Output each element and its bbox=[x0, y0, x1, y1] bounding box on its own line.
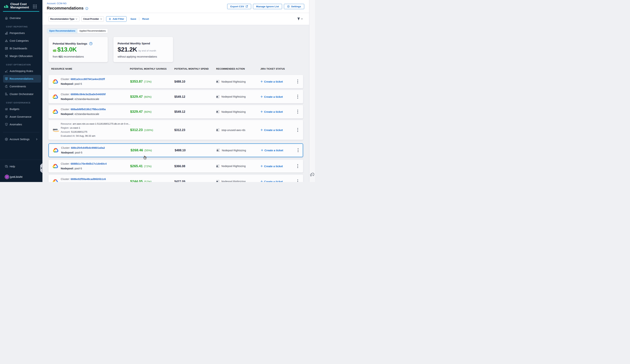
potential-monthly-savings-value: $353.87(72%) bbox=[130, 79, 152, 83]
sidebar-item-overview[interactable]: Overview bbox=[0, 14, 42, 22]
filter-dropdown-recommendation-type[interactable]: Recommendation Type bbox=[48, 16, 80, 22]
cluster-link[interactable]: 6886e92f59a48cad86b5b1c6 bbox=[70, 178, 106, 181]
avatar[interactable]: J bbox=[5, 175, 9, 179]
create-ticket-button[interactable]: Create a ticket bbox=[260, 95, 283, 98]
row-menu-kebab-icon[interactable] bbox=[296, 148, 300, 152]
row-menu-kebab-icon[interactable] bbox=[296, 79, 300, 84]
bar-chart-icon bbox=[5, 31, 8, 35]
dashboard-icon bbox=[5, 47, 8, 50]
create-ticket-button[interactable]: Create a ticket bbox=[261, 149, 283, 152]
module-grid-icon[interactable] bbox=[33, 4, 37, 8]
tab-open-recommendations[interactable]: Open Recommendations bbox=[47, 29, 78, 33]
create-ticket-button[interactable]: Create a ticket bbox=[260, 80, 283, 83]
sidebar-section-cost-governance: COST GOVERNANCE bbox=[0, 100, 42, 105]
recommended-action: stop-unused-aws-rds bbox=[216, 129, 246, 132]
sidebar-item-asset-governance[interactable]: Asset Governance bbox=[0, 113, 42, 121]
row-menu-kebab-icon[interactable] bbox=[296, 94, 300, 99]
potential-monthly-spend-value: $312.23 bbox=[174, 128, 185, 132]
sidebar-item-cost-categories[interactable]: Cost Categories bbox=[0, 37, 42, 45]
row-menu-kebab-icon[interactable] bbox=[296, 164, 300, 168]
sidebar-item-bi-dashboards[interactable]: BI Dashboards bbox=[0, 45, 42, 52]
sidebar-item-anomalies[interactable]: Anomalies bbox=[0, 121, 42, 128]
page-title: Recommendations bbox=[47, 6, 84, 10]
rightsizing-icon bbox=[216, 80, 219, 83]
recommendation-row-5[interactable]: Cluster: 688c2fefc84fbdc99801a0a2Nodepoo… bbox=[48, 144, 303, 157]
spend-card-title: Potential Monthly Spend bbox=[118, 42, 150, 45]
create-ticket-button[interactable]: Create a ticket bbox=[260, 180, 283, 182]
settings-button[interactable]: Settings bbox=[284, 4, 304, 9]
recommendation-row-6[interactable]: Cluster: 6888b1c70e49db17c1de60c4Nodepoo… bbox=[48, 160, 303, 173]
info-icon[interactable] bbox=[85, 7, 88, 10]
potential-monthly-savings-value: $329.47(60%) bbox=[130, 95, 152, 99]
row-menu-kebab-icon[interactable] bbox=[296, 109, 300, 114]
row-menu-kebab-icon[interactable] bbox=[296, 128, 300, 132]
filter-separator bbox=[139, 17, 139, 20]
cluster-link[interactable]: 6888b1c70e49db17c1de60c4 bbox=[70, 162, 107, 165]
cluster-link[interactable]: 688c2fefc84fbdc99801a0a2 bbox=[71, 146, 105, 149]
sidebar-item-commitments[interactable]: Commitments bbox=[0, 83, 42, 90]
gcp-logo-icon bbox=[53, 109, 58, 114]
recommendation-row-3[interactable]: Cluster: 688add6fb019b17f9bccb95aNodepoo… bbox=[48, 105, 303, 118]
home-icon bbox=[5, 16, 8, 20]
recommendation-row-2[interactable]: Cluster: 68898c064e3e2ba0e544005fNodepoo… bbox=[48, 90, 303, 103]
reset-filter-link[interactable]: Reset bbox=[142, 17, 149, 20]
sidebar-section-cost-reporting: COST REPORTING bbox=[0, 24, 42, 29]
cluster-link[interactable]: 68898c064e3e2ba0e544005f bbox=[70, 93, 106, 96]
resource-details: Resource: arn:aws:rds:us-east-1:51161680… bbox=[61, 122, 130, 138]
manage-ignore-list-button[interactable]: Manage Ignore List bbox=[253, 4, 282, 9]
sidebar-item-autostopping-rules[interactable]: AutoStopping Rules bbox=[0, 67, 42, 75]
cluster-link[interactable]: 688add6fb019b17f9bccb95a bbox=[70, 108, 106, 111]
sidebar-item-cluster-orchestrator[interactable]: Cluster Orchestrator bbox=[0, 90, 42, 98]
sidebar-item-budgets[interactable]: Budgets bbox=[0, 105, 42, 113]
sidebar-item-margin-obfuscation[interactable]: Margin Obfuscation bbox=[0, 52, 42, 60]
autostop-icon bbox=[5, 69, 8, 73]
shapes-icon bbox=[5, 39, 8, 42]
filter-bar: Recommendation Type Cloud Provider Add F… bbox=[42, 13, 309, 25]
recommended-action: Nodepool Rightsizing bbox=[216, 149, 246, 152]
resource-details: Cluster: 688c2fefc84fbdc99801a0a2Nodepoo… bbox=[61, 146, 105, 155]
filter-panel-toggle[interactable] bbox=[297, 17, 303, 21]
create-ticket-button[interactable]: Create a ticket bbox=[260, 165, 283, 168]
recommendation-row-1[interactable]: Cluster: 6881a3ccc887941a4ee202ffNodepoo… bbox=[48, 75, 303, 88]
filter-dropdown-cloud-provider[interactable]: Cloud Provider bbox=[82, 16, 104, 22]
question-circle-icon[interactable] bbox=[89, 42, 92, 45]
plus-icon bbox=[260, 95, 263, 98]
user-row[interactable]: J jyoti.bisht bbox=[0, 172, 42, 182]
create-ticket-button[interactable]: Create a ticket bbox=[260, 129, 283, 132]
savings-value: $13.0K bbox=[57, 46, 77, 53]
rightsizing-icon bbox=[216, 95, 219, 98]
breadcrumb-account-link[interactable]: Account: CCM-NG bbox=[47, 2, 66, 5]
plus-icon bbox=[260, 129, 263, 131]
sidebar-item-label: Commitments bbox=[10, 85, 26, 88]
chevron-down-icon bbox=[75, 18, 78, 20]
sidebar-section-cost-optimization: COST OPTIMIZATION bbox=[0, 62, 42, 67]
cloud-cost-management-logo-icon bbox=[4, 4, 8, 9]
sidebar-item-label: BI Dashboards bbox=[10, 47, 27, 50]
recommended-action: Nodepool Rightsizing bbox=[216, 95, 246, 98]
col-potential-monthly-spend: POTENTIAL MONTHLY SPEND bbox=[174, 68, 209, 70]
sidebar-item-account-settings[interactable]: Account Settings bbox=[0, 135, 42, 143]
shield-dollar-icon bbox=[5, 115, 8, 118]
save-filter-link[interactable]: Save bbox=[130, 17, 136, 20]
chat-support-icon[interactable] bbox=[310, 172, 314, 176]
resource-details: Cluster: 6881a3ccc887941a4ee202ffNodepoo… bbox=[61, 77, 105, 86]
recommendation-row-4[interactable]: aws Resource: arn:aws:rds:us-east-1:5116… bbox=[48, 120, 303, 140]
cluster-link[interactable]: 6881a3ccc887941a4ee202ff bbox=[70, 78, 105, 81]
hex-gear-icon bbox=[5, 92, 8, 96]
add-filter-button[interactable]: Add Filter bbox=[106, 16, 126, 22]
create-ticket-button[interactable]: Create a ticket bbox=[260, 110, 283, 113]
savings-card-title: Potential Monthly Savings bbox=[53, 42, 87, 45]
tab-applied-recommendations[interactable]: Applied Recommendations bbox=[78, 29, 108, 33]
sidebar-item-help[interactable]: Help bbox=[0, 163, 42, 170]
history-icon bbox=[5, 85, 8, 88]
export-csv-button[interactable]: Export CSV bbox=[227, 4, 251, 9]
sidebar-item-label: Asset Governance bbox=[10, 115, 32, 118]
row-menu-kebab-icon[interactable] bbox=[296, 179, 300, 182]
recommendation-row-7[interactable]: Cluster: 6886e92f59a48cad86b5b1c6Nodepoo… bbox=[48, 175, 303, 182]
gear-icon bbox=[287, 5, 290, 8]
plus-icon bbox=[260, 80, 263, 83]
sidebar-item-recommendations[interactable]: Recommendations bbox=[3, 75, 41, 83]
sidebar-item-perspectives[interactable]: Perspectives bbox=[0, 29, 42, 37]
gcp-logo-icon bbox=[53, 164, 58, 168]
plus-icon bbox=[261, 149, 263, 152]
